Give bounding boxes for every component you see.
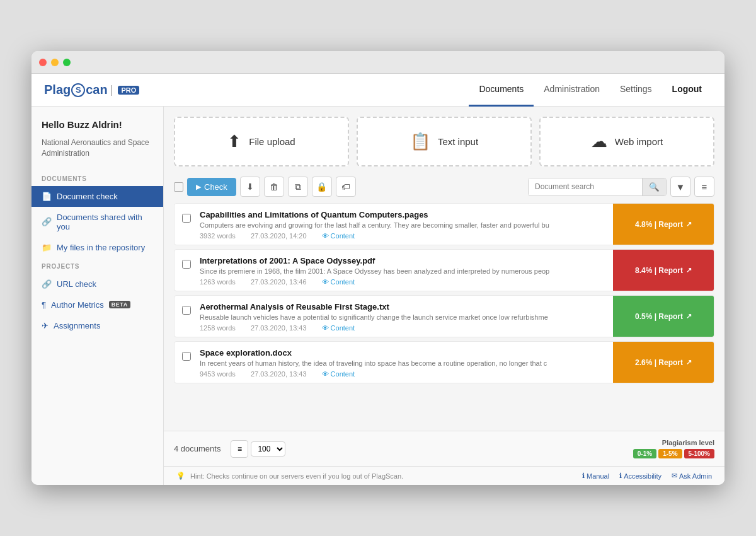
checkbox-1[interactable] [182,214,191,223]
doc-title-3[interactable]: Aerothermal Analysis of Reusable First S… [200,302,607,312]
row-checkbox-3[interactable] [175,296,197,337]
select-all-checkbox[interactable] [174,182,183,192]
doc-words-3: 1258 words [200,324,236,332]
filter-button[interactable]: ▼ [670,177,690,197]
delete-button[interactable]: 🗑 [264,177,284,197]
accessibility-link[interactable]: ℹ Accessibility [619,472,662,480]
doc-body-1: Capabilities and Limitations of Quantum … [197,204,613,245]
sort-button[interactable]: ≡ [694,177,714,197]
sidebar-item-assignments-label: Assignments [54,321,100,330]
doc-report-1: 4.8% | Report ↗ [613,204,714,245]
bottom-hint: 💡 Hint: Checks continue on our servers e… [164,466,724,485]
nav-administration[interactable]: Administration [534,74,610,107]
document-check-icon: 📄 [42,192,52,201]
lock-button[interactable]: 🔒 [312,177,332,197]
sidebar-item-author-metrics[interactable]: ¶ Author Metrics BETA [32,294,163,315]
main-layout: Hello Buzz Aldrin! National Aeronautics … [32,107,724,485]
report-button-4[interactable]: 2.6% | Report ↗ [613,342,714,383]
logo-scan-text: can [86,83,107,97]
row-checkbox-1[interactable] [175,204,197,245]
download-button[interactable]: ⬇ [240,177,260,197]
close-button[interactable] [39,59,47,66]
doc-title-2[interactable]: Interpretations of 2001: A Space Odyssey… [200,256,607,265]
row-checkbox-4[interactable] [175,342,197,383]
sidebar: Hello Buzz Aldrin! National Aeronautics … [32,107,164,485]
doc-date-1: 27.03.2020, 14:20 [251,232,307,240]
plagiarism-label: Plagiarism level [662,439,714,446]
per-page-select[interactable]: 100 50 25 [251,441,285,457]
app-window: PlagScan | PRO Documents Administration … [32,51,724,485]
search-input[interactable] [529,178,642,195]
doc-footer: 4 documents ≡ 100 50 25 Plagiarism level… [164,431,724,466]
doc-content-link-1[interactable]: 👁 Content [322,232,355,240]
report-button-3[interactable]: 0.5% | Report ↗ [613,296,714,337]
nav-logout[interactable]: Logout [662,74,712,107]
sidebar-item-url-check[interactable]: 🔗 URL check [32,274,163,294]
ext-link-icon-4: ↗ [686,358,692,366]
sidebar-greeting: Hello Buzz Aldrin! [32,119,163,137]
trash-icon: 🗑 [270,182,278,192]
file-upload-card[interactable]: ⬆ File upload [174,117,349,166]
tag-button[interactable]: 🏷 [336,177,356,197]
list-view-button[interactable]: ≡ [231,440,248,458]
doc-body-2: Interpretations of 2001: A Space Odyssey… [197,250,613,291]
sidebar-item-my-files[interactable]: 📁 My files in the repository [32,237,163,258]
doc-report-2: 8.4% | Report ↗ [613,250,714,291]
move-icon: ⧉ [295,182,301,192]
check-button[interactable]: ▶ Check [187,178,236,196]
doc-content-link-4[interactable]: 👁 Content [322,370,355,378]
nav-settings[interactable]: Settings [610,74,662,107]
shared-docs-icon: 🔗 [42,217,52,226]
content-label-1: Content [331,232,355,240]
nav-documents[interactable]: Documents [469,74,534,107]
report-button-2[interactable]: 8.4% | Report ↗ [613,250,714,291]
doc-list: Capabilities and Limitations of Quantum … [164,203,724,431]
search-container: 🔍 [528,178,667,196]
doc-meta-2: 1263 words 27.03.2020, 13:46 👁 Content [200,278,607,286]
table-row: Interpretations of 2001: A Space Odyssey… [174,249,714,291]
sidebar-item-shared-docs[interactable]: 🔗 Documents shared with you [32,207,163,237]
ask-admin-link[interactable]: ✉ Ask Admin [672,472,712,480]
web-import-card[interactable]: ☁ Web import [539,117,714,166]
search-icon: 🔍 [649,182,660,192]
row-checkbox-2[interactable] [175,250,197,291]
move-button[interactable]: ⧉ [288,177,308,197]
info-icon-manual: ℹ [582,472,585,480]
info-icon-accessibility: ℹ [619,472,622,480]
hint-bulb-icon: 💡 [176,472,185,480]
doc-title-1[interactable]: Capabilities and Limitations of Quantum … [200,210,607,219]
text-input-card[interactable]: 📋 Text input [357,117,532,166]
sidebar-section-documents-label: DOCUMENTS [32,170,163,186]
checkbox-4[interactable] [182,352,191,361]
checkbox-3[interactable] [182,306,191,315]
filter-icon: ▼ [676,182,685,192]
report-label-2: 8.4% | Report [635,266,683,275]
sidebar-item-url-check-label: URL check [57,279,96,289]
doc-content-link-2[interactable]: 👁 Content [322,278,355,286]
manual-label: Manual [587,472,609,480]
mail-icon: ✉ [672,472,677,480]
url-check-icon: 🔗 [42,279,52,289]
logo-plag-text: Plag [44,83,71,97]
report-button-1[interactable]: 4.8% | Report ↗ [613,204,714,245]
doc-body-4: Space exploration.docx In recent years o… [197,342,613,383]
search-button[interactable]: 🔍 [642,178,666,195]
sidebar-item-assignments[interactable]: ✈ Assignments [32,315,163,336]
table-row: Capabilities and Limitations of Quantum … [174,203,714,245]
checkbox-2[interactable] [182,260,191,269]
minimize-button[interactable] [51,59,59,66]
hint-links: ℹ Manual ℹ Accessibility ✉ Ask Admin [582,472,712,480]
maximize-button[interactable] [63,59,71,66]
doc-content-link-3[interactable]: 👁 Content [322,324,355,332]
manual-link[interactable]: ℹ Manual [582,472,609,480]
titlebar [32,51,724,74]
doc-words-4: 9453 words [200,370,236,378]
ask-admin-label: Ask Admin [679,472,712,480]
logo: PlagScan | PRO [44,83,469,97]
doc-meta-3: 1258 words 27.03.2020, 13:43 👁 Content [200,324,607,332]
text-input-icon: 📋 [410,132,430,151]
eye-icon-2: 👁 [322,278,329,286]
eye-icon-3: 👁 [322,324,329,332]
doc-title-4[interactable]: Space exploration.docx [200,348,607,358]
sidebar-item-document-check[interactable]: 📄 Document check [32,186,163,207]
